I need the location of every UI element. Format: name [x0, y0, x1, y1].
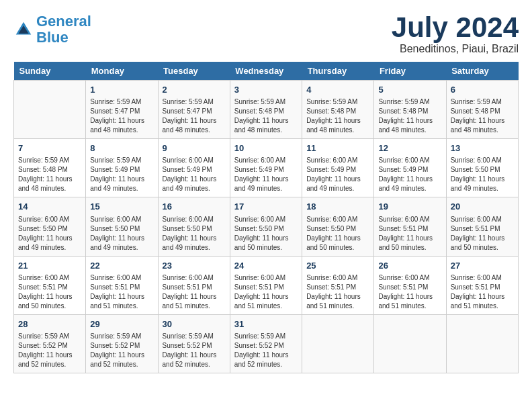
- day-info: Sunrise: 6:00 AM Sunset: 5:50 PM Dayligh…: [306, 215, 369, 253]
- column-header-tuesday: Tuesday: [158, 62, 230, 81]
- calendar-table: SundayMondayTuesdayWednesdayThursdayFrid…: [13, 62, 519, 373]
- day-info: Sunrise: 5:59 AM Sunset: 5:52 PM Dayligh…: [90, 332, 153, 369]
- calendar-cell: 18Sunrise: 6:00 AM Sunset: 5:50 PM Dayli…: [302, 197, 374, 256]
- day-info: Sunrise: 6:00 AM Sunset: 5:49 PM Dayligh…: [163, 156, 226, 193]
- calendar-cell: 15Sunrise: 6:00 AM Sunset: 5:50 PM Dayli…: [86, 197, 158, 256]
- day-info: Sunrise: 6:00 AM Sunset: 5:51 PM Dayligh…: [18, 273, 81, 311]
- column-header-thursday: Thursday: [302, 62, 374, 81]
- calendar-cell: [446, 314, 518, 373]
- calendar-cell: 25Sunrise: 6:00 AM Sunset: 5:51 PM Dayli…: [302, 256, 374, 314]
- day-info: Sunrise: 6:00 AM Sunset: 5:51 PM Dayligh…: [234, 273, 298, 311]
- day-number: 11: [306, 142, 369, 154]
- day-info: Sunrise: 6:00 AM Sunset: 5:51 PM Dayligh…: [451, 215, 514, 253]
- day-info: Sunrise: 6:00 AM Sunset: 5:49 PM Dayligh…: [306, 156, 369, 193]
- logo-text: General Blue: [36, 13, 91, 46]
- day-number: 23: [163, 260, 226, 272]
- calendar-cell: 10Sunrise: 6:00 AM Sunset: 5:49 PM Dayli…: [230, 139, 302, 197]
- day-number: 18: [306, 201, 369, 213]
- day-number: 24: [234, 260, 298, 272]
- calendar-week-row: 28Sunrise: 5:59 AM Sunset: 5:52 PM Dayli…: [14, 314, 519, 373]
- calendar-cell: [302, 314, 374, 373]
- calendar-cell: 11Sunrise: 6:00 AM Sunset: 5:49 PM Dayli…: [302, 139, 374, 197]
- day-info: Sunrise: 6:00 AM Sunset: 5:51 PM Dayligh…: [378, 273, 441, 311]
- calendar-cell: 31Sunrise: 5:59 AM Sunset: 5:52 PM Dayli…: [230, 314, 302, 373]
- calendar-cell: 3Sunrise: 5:59 AM Sunset: 5:48 PM Daylig…: [230, 81, 302, 139]
- day-info: Sunrise: 5:59 AM Sunset: 5:48 PM Dayligh…: [234, 97, 298, 135]
- day-info: Sunrise: 5:59 AM Sunset: 5:47 PM Dayligh…: [163, 97, 226, 135]
- calendar-cell: 30Sunrise: 5:59 AM Sunset: 5:52 PM Dayli…: [158, 314, 230, 373]
- calendar-cell: 13Sunrise: 6:00 AM Sunset: 5:50 PM Dayli…: [446, 139, 518, 197]
- day-info: Sunrise: 5:59 AM Sunset: 5:52 PM Dayligh…: [163, 332, 226, 369]
- day-number: 17: [234, 201, 298, 213]
- column-header-saturday: Saturday: [446, 62, 518, 81]
- day-info: Sunrise: 5:59 AM Sunset: 5:49 PM Dayligh…: [90, 156, 153, 193]
- calendar-cell: 19Sunrise: 6:00 AM Sunset: 5:51 PM Dayli…: [374, 197, 446, 256]
- day-info: Sunrise: 6:00 AM Sunset: 5:51 PM Dayligh…: [378, 215, 441, 253]
- calendar-cell: 17Sunrise: 6:00 AM Sunset: 5:50 PM Dayli…: [230, 197, 302, 256]
- calendar-cell: 26Sunrise: 6:00 AM Sunset: 5:51 PM Dayli…: [374, 256, 446, 314]
- calendar-cell: 8Sunrise: 5:59 AM Sunset: 5:49 PM Daylig…: [86, 139, 158, 197]
- calendar-cell: 9Sunrise: 6:00 AM Sunset: 5:49 PM Daylig…: [158, 139, 230, 197]
- calendar-cell: 4Sunrise: 5:59 AM Sunset: 5:48 PM Daylig…: [302, 81, 374, 139]
- calendar-cell: 28Sunrise: 5:59 AM Sunset: 5:52 PM Dayli…: [14, 314, 86, 373]
- day-number: 5: [378, 84, 441, 96]
- day-number: 28: [18, 318, 81, 330]
- column-header-sunday: Sunday: [14, 62, 86, 81]
- day-number: 10: [234, 142, 298, 154]
- column-header-monday: Monday: [86, 62, 158, 81]
- day-info: Sunrise: 6:00 AM Sunset: 5:51 PM Dayligh…: [163, 273, 226, 311]
- calendar-week-row: 14Sunrise: 6:00 AM Sunset: 5:50 PM Dayli…: [14, 197, 519, 256]
- day-info: Sunrise: 5:59 AM Sunset: 5:52 PM Dayligh…: [234, 332, 298, 369]
- day-number: 29: [90, 318, 153, 330]
- day-number: 2: [163, 84, 226, 96]
- day-info: Sunrise: 5:59 AM Sunset: 5:52 PM Dayligh…: [18, 332, 81, 369]
- day-number: 6: [451, 84, 514, 96]
- logo-icon: [13, 19, 34, 40]
- calendar-cell: 16Sunrise: 6:00 AM Sunset: 5:50 PM Dayli…: [158, 197, 230, 256]
- day-number: 20: [451, 201, 514, 213]
- calendar-cell: 29Sunrise: 5:59 AM Sunset: 5:52 PM Dayli…: [86, 314, 158, 373]
- column-header-wednesday: Wednesday: [230, 62, 302, 81]
- calendar-cell: [14, 81, 86, 139]
- calendar-cell: 12Sunrise: 6:00 AM Sunset: 5:49 PM Dayli…: [374, 139, 446, 197]
- day-info: Sunrise: 6:00 AM Sunset: 5:51 PM Dayligh…: [306, 273, 369, 311]
- day-info: Sunrise: 5:59 AM Sunset: 5:48 PM Dayligh…: [18, 156, 81, 193]
- day-number: 19: [378, 201, 441, 213]
- calendar-cell: 27Sunrise: 6:00 AM Sunset: 5:51 PM Dayli…: [446, 256, 518, 314]
- calendar-cell: 20Sunrise: 6:00 AM Sunset: 5:51 PM Dayli…: [446, 197, 518, 256]
- day-info: Sunrise: 5:59 AM Sunset: 5:48 PM Dayligh…: [306, 97, 369, 135]
- day-number: 8: [90, 142, 153, 154]
- day-number: 7: [18, 142, 81, 154]
- day-info: Sunrise: 6:00 AM Sunset: 5:49 PM Dayligh…: [234, 156, 298, 193]
- day-info: Sunrise: 6:00 AM Sunset: 5:50 PM Dayligh…: [18, 215, 81, 253]
- calendar-week-row: 21Sunrise: 6:00 AM Sunset: 5:51 PM Dayli…: [14, 256, 519, 314]
- day-info: Sunrise: 6:00 AM Sunset: 5:50 PM Dayligh…: [90, 215, 153, 253]
- calendar-cell: 21Sunrise: 6:00 AM Sunset: 5:51 PM Dayli…: [14, 256, 86, 314]
- day-number: 14: [18, 201, 81, 213]
- location: Beneditinos, Piaui, Brazil: [392, 43, 519, 55]
- day-number: 1: [90, 84, 153, 96]
- day-number: 4: [306, 84, 369, 96]
- column-header-friday: Friday: [374, 62, 446, 81]
- calendar-cell: 23Sunrise: 6:00 AM Sunset: 5:51 PM Dayli…: [158, 256, 230, 314]
- calendar-cell: 6Sunrise: 5:59 AM Sunset: 5:48 PM Daylig…: [446, 81, 518, 139]
- calendar-cell: 22Sunrise: 6:00 AM Sunset: 5:51 PM Dayli…: [86, 256, 158, 314]
- day-info: Sunrise: 6:00 AM Sunset: 5:50 PM Dayligh…: [163, 215, 226, 253]
- day-number: 25: [306, 260, 369, 272]
- page-header: General Blue July 2024 Beneditinos, Piau…: [13, 13, 519, 55]
- day-info: Sunrise: 5:59 AM Sunset: 5:47 PM Dayligh…: [90, 97, 153, 135]
- calendar-cell: 5Sunrise: 5:59 AM Sunset: 5:48 PM Daylig…: [374, 81, 446, 139]
- day-number: 3: [234, 84, 298, 96]
- calendar-header-row: SundayMondayTuesdayWednesdayThursdayFrid…: [14, 62, 519, 81]
- calendar-cell: 7Sunrise: 5:59 AM Sunset: 5:48 PM Daylig…: [14, 139, 86, 197]
- calendar-cell: 1Sunrise: 5:59 AM Sunset: 5:47 PM Daylig…: [86, 81, 158, 139]
- day-info: Sunrise: 5:59 AM Sunset: 5:48 PM Dayligh…: [378, 97, 441, 135]
- day-info: Sunrise: 6:00 AM Sunset: 5:51 PM Dayligh…: [451, 273, 514, 311]
- day-info: Sunrise: 6:00 AM Sunset: 5:51 PM Dayligh…: [90, 273, 153, 311]
- day-number: 21: [18, 260, 81, 272]
- day-number: 27: [451, 260, 514, 272]
- day-info: Sunrise: 5:59 AM Sunset: 5:48 PM Dayligh…: [451, 97, 514, 135]
- title-section: July 2024 Beneditinos, Piaui, Brazil: [392, 13, 519, 55]
- day-number: 16: [163, 201, 226, 213]
- day-number: 9: [163, 142, 226, 154]
